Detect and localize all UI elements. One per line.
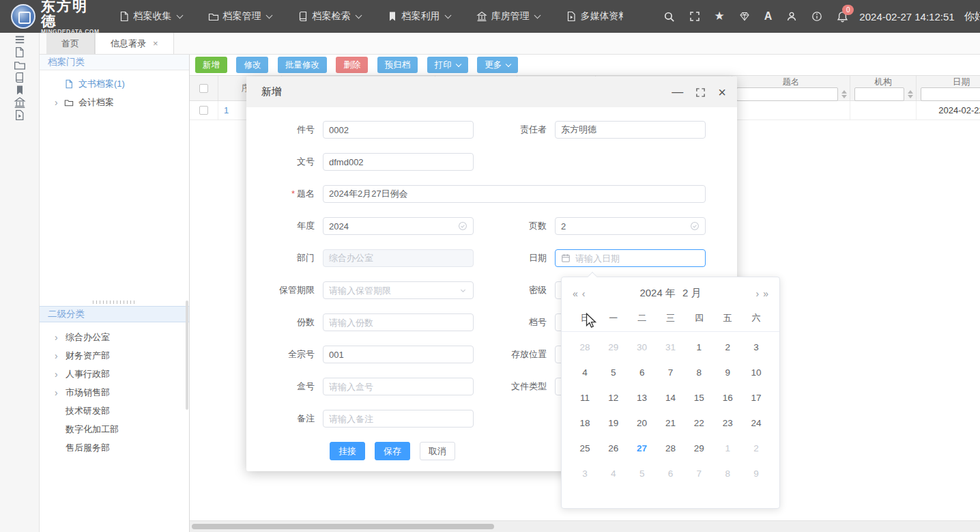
day-cell[interactable]: 23 [713, 410, 742, 436]
day-cell[interactable]: 16 [713, 385, 742, 410]
day-cell[interactable]: 28 [571, 335, 599, 360]
day-cell[interactable]: 11 [571, 385, 599, 410]
responsible-input[interactable] [561, 125, 700, 135]
day-cell[interactable]: 31 [657, 335, 685, 360]
year-input[interactable] [329, 221, 455, 232]
list-item[interactable]: 数字化加工部 [40, 420, 189, 438]
sidebar-splitter-handle[interactable] [40, 299, 189, 305]
day-cell[interactable]: 2 [742, 436, 770, 461]
book-icon[interactable] [14, 71, 25, 83]
day-cell[interactable]: 6 [628, 360, 657, 385]
day-cell[interactable]: 3 [571, 461, 599, 486]
list-item[interactable]: › 市场销售部 [40, 383, 189, 402]
retention-select[interactable] [329, 285, 456, 296]
list-item[interactable]: 技术研发部 [40, 402, 189, 420]
favorites-star-icon[interactable]: ★ [715, 11, 725, 22]
next-month-button[interactable]: › [756, 289, 760, 298]
toolbar-button[interactable]: 新增 [195, 57, 227, 73]
day-cell[interactable]: 25 [571, 436, 599, 461]
box-no-input[interactable] [329, 382, 467, 392]
day-cell[interactable]: 24 [742, 410, 770, 436]
day-cell[interactable]: 8 [684, 360, 713, 385]
toolbar-button[interactable]: 预归档 [377, 57, 418, 73]
day-cell[interactable]: 2 [713, 335, 742, 360]
remark-input[interactable] [329, 414, 467, 424]
menu-archive-collect[interactable]: 档案收集 [119, 10, 182, 23]
user-greeting[interactable]: 你好 刘思思 [964, 10, 980, 23]
tab-close-icon[interactable]: × [153, 38, 158, 48]
user-icon[interactable] [786, 11, 797, 22]
day-cell[interactable]: 1 [684, 335, 713, 360]
search-icon[interactable] [663, 11, 675, 23]
font-size-icon[interactable]: A [764, 11, 773, 22]
title-input[interactable] [329, 189, 700, 199]
sort-arrows-icon[interactable] [908, 90, 913, 98]
copies-input[interactable] [329, 318, 467, 328]
notification-bell-icon[interactable]: 0 [837, 11, 848, 23]
day-cell[interactable]: 7 [684, 461, 713, 486]
maximize-icon[interactable] [695, 86, 706, 98]
month-button[interactable]: 2 月 [682, 287, 702, 298]
day-cell[interactable]: 4 [599, 461, 628, 486]
day-cell[interactable]: 1 [713, 436, 742, 461]
day-cell[interactable]: 22 [684, 410, 713, 436]
list-item[interactable]: › 财务资产部 [40, 346, 189, 365]
day-cell[interactable]: 20 [628, 410, 657, 436]
menu-multimedia[interactable]: 多媒体资料 [566, 10, 623, 23]
day-cell[interactable]: 12 [599, 385, 628, 410]
doc-no-input[interactable] [329, 157, 467, 167]
day-cell[interactable]: 27 [628, 436, 657, 461]
toolbar-button[interactable]: 批量修改 [278, 57, 327, 73]
media-file-icon[interactable] [14, 109, 25, 121]
day-cell[interactable]: 6 [657, 461, 685, 486]
day-cell[interactable]: 3 [742, 335, 770, 360]
day-cell[interactable]: 4 [571, 360, 599, 385]
day-cell[interactable]: 19 [599, 410, 628, 436]
day-cell[interactable]: 5 [628, 461, 657, 486]
save-button[interactable]: 保存 [375, 442, 410, 460]
hamburger-icon[interactable] [14, 33, 26, 46]
day-cell[interactable]: 26 [599, 436, 628, 461]
toolbar-button[interactable]: 修改 [236, 57, 268, 73]
day-cell[interactable]: 21 [657, 410, 685, 436]
chevron-down-icon[interactable] [459, 286, 467, 295]
cancel-button[interactable]: 取消 [420, 442, 455, 460]
menu-archive-search[interactable]: 档案检索 [298, 10, 361, 23]
prev-year-button[interactable]: « [573, 289, 578, 298]
tab-home[interactable]: 首页 [46, 33, 95, 54]
item-no-input[interactable] [329, 125, 467, 135]
day-cell[interactable]: 9 [713, 360, 742, 385]
day-cell[interactable]: 29 [684, 436, 713, 461]
toolbar-button[interactable]: 打印 [427, 57, 468, 73]
toolbar-button[interactable]: 更多 [477, 57, 518, 73]
list-item[interactable]: › 人事行政部 [40, 365, 189, 383]
menu-archive-use[interactable]: 档案利用 [387, 10, 450, 23]
fullscreen-icon[interactable] [689, 11, 700, 22]
document-icon[interactable] [14, 46, 25, 58]
folder-icon[interactable] [14, 58, 26, 71]
toolbar-button[interactable]: 删除 [336, 57, 368, 73]
day-cell[interactable]: 8 [713, 461, 742, 486]
close-icon[interactable]: × [718, 87, 726, 98]
list-item[interactable]: › 综合办公室 [40, 328, 189, 346]
tab-info-entry[interactable]: 信息著录 × [95, 33, 174, 54]
column-filter-input[interactable] [921, 87, 980, 101]
row-checkbox[interactable] [199, 106, 208, 115]
sidebar-scrollbar[interactable] [186, 300, 188, 410]
column-filter-input[interactable] [854, 87, 904, 101]
info-icon[interactable] [811, 11, 822, 22]
minimize-icon[interactable]: — [672, 89, 683, 96]
day-cell[interactable]: 18 [571, 410, 599, 436]
menu-storeroom-manage[interactable]: 库房管理 [476, 10, 540, 23]
tree-item-accounting-archive[interactable]: › 会计档案 [40, 93, 189, 111]
select-all-checkbox[interactable] [199, 84, 208, 93]
horizontal-scrollbar-thumb[interactable] [192, 524, 494, 529]
day-cell[interactable]: 30 [628, 335, 657, 360]
tree-item-document-archive[interactable]: 文书档案(1) [40, 74, 189, 93]
sort-arrows-icon[interactable] [841, 90, 847, 98]
bank-icon[interactable] [14, 96, 26, 109]
day-cell[interactable]: 9 [742, 461, 770, 486]
list-item[interactable]: 售后服务部 [40, 438, 189, 457]
theme-gem-icon[interactable] [739, 11, 750, 22]
next-year-button[interactable]: » [763, 289, 768, 298]
